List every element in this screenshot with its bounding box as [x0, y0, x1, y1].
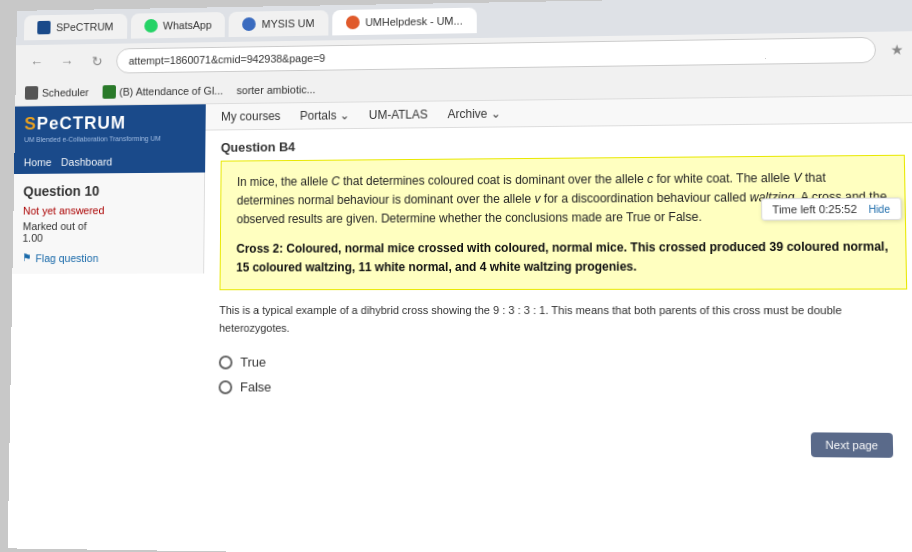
spectrum-subtitle: UM Blended e-Collaboration Transforming …	[24, 135, 196, 143]
question-number: Question 10	[23, 182, 194, 199]
lms-nav: Home Dashboard	[14, 149, 205, 174]
scheduler-label: Scheduler	[42, 86, 89, 98]
tab-mysis-label: MYSIS UM	[262, 17, 315, 30]
back-button[interactable]: ←	[25, 50, 48, 73]
tab-umhelpdesk[interactable]: UMHelpdesk - UM...	[332, 8, 477, 36]
spectrum-logo-text: SPeCTRUM	[24, 112, 196, 134]
bookmark-attendance[interactable]: (B) Attendance of Gl...	[102, 83, 223, 98]
nav-my-courses[interactable]: My courses	[221, 109, 281, 123]
nav-portals[interactable]: Portals ⌄	[300, 108, 349, 122]
mysis-favicon	[242, 17, 256, 31]
whatsapp-favicon	[144, 19, 158, 33]
radio-false-circle[interactable]	[219, 380, 233, 394]
pectrum-letters: PeCTRUM	[37, 113, 127, 133]
flag-label: Flag question	[35, 252, 98, 264]
answer-false-option[interactable]: False	[219, 379, 910, 397]
tab-mysis[interactable]: MYSIS UM	[229, 10, 328, 37]
sorter-label: sorter ambiotic...	[237, 83, 316, 96]
explanation-text: This is a typical example of a dihybrid …	[203, 302, 912, 349]
nav-archive[interactable]: Archive ⌄	[448, 107, 501, 121]
spectrum-favicon	[37, 21, 50, 35]
nav-um-atlas[interactable]: UM-ATLAS	[369, 108, 428, 122]
attendance-icon	[102, 85, 116, 99]
s-letter: S	[24, 114, 37, 133]
spectrum-logo: SPeCTRUM UM Blended e-Collaboration Tran…	[15, 104, 206, 151]
tab-whatsapp[interactable]: WhatsApp	[130, 12, 225, 39]
main-content: SPeCTRUM UM Blended e-Collaboration Tran…	[8, 96, 912, 552]
attendance-label: (B) Attendance of Gl...	[119, 84, 223, 97]
spectrum-sidebar: SPeCTRUM UM Blended e-Collaboration Tran…	[8, 104, 206, 551]
next-page-button[interactable]: Next page	[811, 432, 894, 458]
allele-v-italic: V	[793, 171, 801, 185]
flag-question-link[interactable]: ⚑ Flag question	[22, 251, 194, 264]
bookmarks-button[interactable]: ★	[884, 37, 909, 62]
mark-label: Marked out of	[23, 220, 87, 232]
answer-options: True False	[203, 347, 912, 425]
timer-label: Time left 0:25:52	[772, 203, 857, 216]
browser-chrome: SPeCTRUM WhatsApp MYSIS UM UMHelpdesk - …	[15, 0, 912, 107]
question-info-panel: Question 10 Not yet answered Marked out …	[12, 172, 205, 273]
tab-umhelpdesk-label: UMHelpdesk - UM...	[365, 15, 462, 28]
allele-c-italic: C	[331, 174, 340, 188]
cross-title: Cross 2: Coloured, normal mice crossed w…	[236, 239, 888, 274]
umhelpdesk-favicon	[346, 16, 360, 30]
quiz-nav-links: My courses Portals ⌄ UM-ATLAS Archive ⌄	[221, 107, 500, 124]
refresh-button[interactable]: ↻	[86, 50, 109, 73]
portals-chevron: ⌄	[339, 108, 349, 122]
question-highlight-box: In mice, the allele C that determines co…	[219, 155, 907, 290]
radio-true-circle[interactable]	[219, 355, 233, 369]
tab-spectrum[interactable]: SPeCTRUM	[24, 14, 127, 41]
answer-true-option[interactable]: True	[219, 355, 909, 372]
explanation-body: This is a typical example of a dihybrid …	[219, 304, 842, 333]
hide-timer-button[interactable]: Hide	[868, 204, 890, 215]
cross-text: Cross 2: Coloured, normal mice crossed w…	[236, 237, 889, 277]
lms-nav-dashboard[interactable]: Dashboard	[61, 156, 112, 168]
question-status: Not yet answered	[23, 204, 194, 217]
allele-v2-italic: v	[534, 192, 540, 206]
answer-false-label: False	[240, 380, 271, 395]
bookmark-scheduler[interactable]: Scheduler	[25, 85, 89, 99]
question-mark: Marked out of 1.00	[22, 220, 194, 244]
lms-nav-home[interactable]: Home	[24, 156, 52, 168]
timer-box: Time left 0:25:52 Hide	[761, 197, 902, 220]
archive-chevron: ⌄	[490, 107, 500, 121]
mark-value: 1.00	[22, 232, 43, 244]
address-input[interactable]	[116, 37, 876, 74]
tab-spectrum-label: SPeCTRUM	[56, 21, 113, 33]
tab-whatsapp-label: WhatsApp	[163, 19, 212, 31]
flag-icon: ⚑	[22, 251, 32, 264]
bookmark-sorter[interactable]: sorter ambiotic...	[237, 83, 316, 96]
answer-true-label: True	[240, 355, 266, 370]
allele-c2-italic: c	[647, 172, 653, 186]
scheduler-icon	[25, 86, 38, 100]
forward-button[interactable]: →	[55, 50, 78, 73]
quiz-content: My courses Portals ⌄ UM-ATLAS Archive ⌄ …	[201, 96, 912, 552]
